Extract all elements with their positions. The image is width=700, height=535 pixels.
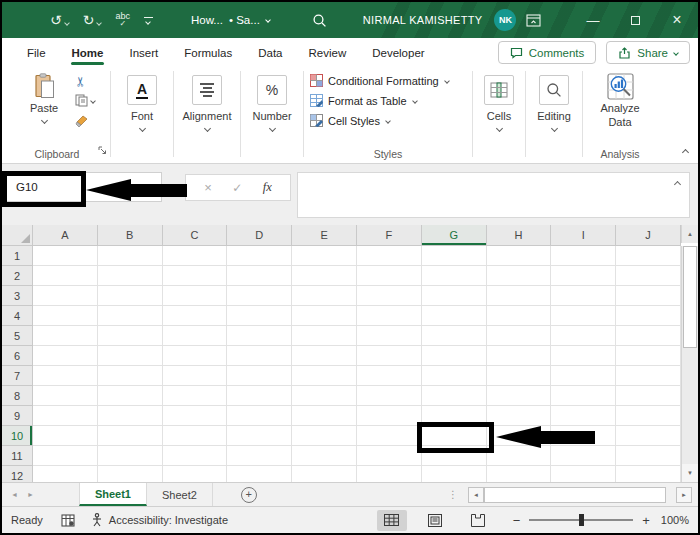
cell-F3[interactable] [357, 286, 422, 306]
cell-D6[interactable] [227, 346, 292, 366]
cell-I1[interactable] [551, 246, 616, 266]
cell-C5[interactable] [163, 326, 228, 346]
page-layout-view-button[interactable] [420, 510, 450, 531]
cell-F6[interactable] [357, 346, 422, 366]
cell-A11[interactable] [33, 446, 98, 466]
cell-H8[interactable] [487, 386, 552, 406]
cell-A8[interactable] [33, 386, 98, 406]
cell-styles-button[interactable]: Cell Styles [310, 114, 390, 127]
macro-record-icon[interactable] [61, 514, 75, 527]
row-header-12[interactable]: 12 [2, 466, 33, 482]
copy-icon[interactable] [75, 94, 95, 107]
cell-C9[interactable] [163, 406, 228, 426]
formula-input[interactable] [297, 172, 690, 218]
cell-B2[interactable] [98, 266, 163, 286]
horizontal-scrollbar[interactable]: ◄ ► [468, 487, 692, 503]
new-sheet-button[interactable]: + [241, 487, 257, 503]
customize-qat-button[interactable] [144, 17, 153, 24]
cell-C10[interactable] [163, 426, 228, 446]
normal-view-button[interactable] [377, 510, 407, 531]
ribbon-display-options-icon[interactable] [526, 14, 541, 27]
cell-D4[interactable] [227, 306, 292, 326]
cell-D8[interactable] [227, 386, 292, 406]
cell-E5[interactable] [292, 326, 357, 346]
undo-button[interactable]: ↺ [50, 12, 69, 28]
column-header-A[interactable]: A [33, 225, 98, 246]
cell-G1[interactable] [422, 246, 487, 266]
cell-A10[interactable] [33, 426, 98, 446]
cell-A1[interactable] [33, 246, 98, 266]
cells-group[interactable]: Cells [473, 67, 525, 163]
cell-E4[interactable] [292, 306, 357, 326]
cell-B1[interactable] [98, 246, 163, 266]
zoom-out-button[interactable]: − [513, 513, 521, 528]
cell-G4[interactable] [422, 306, 487, 326]
cell-H5[interactable] [487, 326, 552, 346]
column-header-F[interactable]: F [357, 225, 422, 246]
sheet-tab-sheet2[interactable]: Sheet2 [147, 483, 213, 506]
spelling-icon[interactable]: abc✓ [115, 12, 130, 28]
cell-H6[interactable] [487, 346, 552, 366]
cell-F9[interactable] [357, 406, 422, 426]
hscroll-left-icon[interactable]: ◄ [468, 487, 484, 503]
cell-I11[interactable] [551, 446, 616, 466]
cell-J6[interactable] [616, 346, 681, 366]
cell-B3[interactable] [98, 286, 163, 306]
accessibility-status[interactable]: Accessibility: Investigate [91, 513, 228, 527]
row-header-3[interactable]: 3 [2, 286, 33, 306]
cell-H11[interactable] [487, 446, 552, 466]
cell-E2[interactable] [292, 266, 357, 286]
cell-F5[interactable] [357, 326, 422, 346]
column-header-I[interactable]: I [551, 225, 616, 246]
cell-H2[interactable] [487, 266, 552, 286]
cell-H7[interactable] [487, 366, 552, 386]
font-group[interactable]: A Font [111, 67, 173, 163]
cell-F7[interactable] [357, 366, 422, 386]
cell-I2[interactable] [551, 266, 616, 286]
cell-B12[interactable] [98, 466, 163, 482]
cell-C6[interactable] [163, 346, 228, 366]
editing-magnifier-icon[interactable] [539, 75, 569, 105]
row-header-8[interactable]: 8 [2, 386, 33, 406]
percent-icon[interactable]: % [257, 75, 287, 105]
cancel-entry-icon[interactable]: × [204, 180, 212, 195]
vertical-scroll-thumb[interactable] [683, 246, 697, 348]
cell-J10[interactable] [616, 426, 681, 446]
scroll-down-icon[interactable]: ▼ [682, 464, 698, 482]
cell-G8[interactable] [422, 386, 487, 406]
row-header-5[interactable]: 5 [2, 326, 33, 346]
tab-insert[interactable]: Insert [116, 38, 171, 67]
cell-G6[interactable] [422, 346, 487, 366]
cell-H4[interactable] [487, 306, 552, 326]
page-break-preview-button[interactable] [463, 510, 493, 531]
cell-D7[interactable] [227, 366, 292, 386]
cell-J8[interactable] [616, 386, 681, 406]
tab-developer[interactable]: Developer [359, 38, 437, 67]
cell-C8[interactable] [163, 386, 228, 406]
cell-F4[interactable] [357, 306, 422, 326]
insert-function-icon[interactable]: fx [263, 180, 272, 195]
cell-I8[interactable] [551, 386, 616, 406]
cell-J7[interactable] [616, 366, 681, 386]
column-header-J[interactable]: J [616, 225, 681, 246]
zoom-in-button[interactable]: + [642, 513, 650, 528]
column-header-D[interactable]: D [227, 225, 292, 246]
cell-H1[interactable] [487, 246, 552, 266]
row-header-7[interactable]: 7 [2, 366, 33, 386]
alignment-group[interactable]: Alignment [174, 67, 240, 163]
clipboard-dialog-launcher-icon[interactable] [98, 141, 107, 159]
tab-data[interactable]: Data [245, 38, 295, 67]
number-group[interactable]: % Number [241, 67, 303, 163]
tab-file[interactable]: File [14, 38, 59, 67]
row-header-6[interactable]: 6 [2, 346, 33, 366]
cell-E1[interactable] [292, 246, 357, 266]
cell-B10[interactable] [98, 426, 163, 446]
cell-B4[interactable] [98, 306, 163, 326]
cell-B11[interactable] [98, 446, 163, 466]
cell-G12[interactable] [422, 466, 487, 482]
cell-I12[interactable] [551, 466, 616, 482]
conditional-formatting-button[interactable]: Conditional Formatting [310, 74, 449, 87]
search-icon[interactable] [312, 13, 327, 28]
cell-B8[interactable] [98, 386, 163, 406]
cell-D11[interactable] [227, 446, 292, 466]
